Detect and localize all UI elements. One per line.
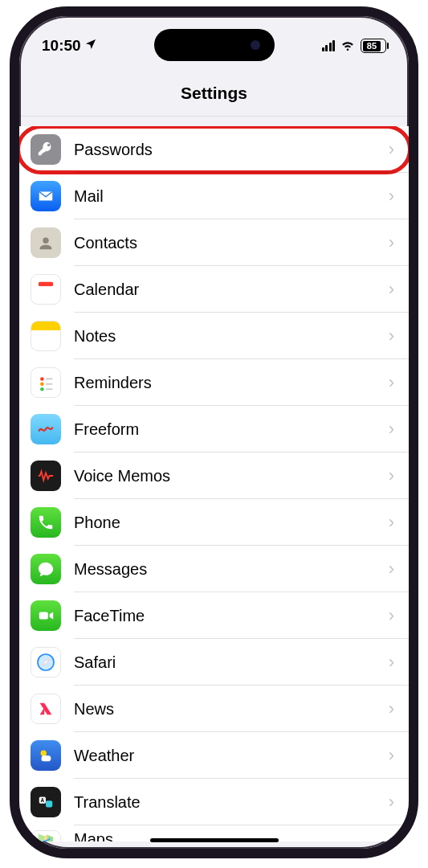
svg-point-12	[41, 751, 47, 756]
home-indicator[interactable]	[150, 838, 279, 842]
chevron-right-icon: ›	[389, 419, 394, 440]
chevron-right-icon: ›	[389, 372, 394, 393]
settings-row-facetime[interactable]: FaceTime ›	[19, 592, 409, 639]
svg-point-5	[40, 387, 44, 391]
row-label: Voice Memos	[74, 467, 389, 485]
chevron-right-icon: ›	[389, 559, 394, 579]
row-label: FaceTime	[74, 607, 389, 625]
svg-rect-2	[39, 286, 53, 297]
safari-icon	[31, 647, 61, 678]
chevron-right-icon: ›	[389, 745, 394, 766]
settings-row-contacts[interactable]: Contacts ›	[19, 219, 409, 266]
weather-icon	[31, 740, 61, 771]
svg-rect-1	[39, 282, 53, 287]
chevron-right-icon: ›	[389, 326, 394, 346]
calendar-icon	[31, 274, 61, 305]
chevron-right-icon: ›	[389, 512, 394, 533]
settings-row-reminders[interactable]: Reminders ›	[19, 359, 409, 406]
status-time: 10:50	[42, 37, 81, 55]
phone-icon	[31, 507, 61, 538]
svg-rect-6	[46, 379, 52, 380]
row-label: Safari	[74, 653, 389, 672]
notes-icon	[31, 321, 61, 351]
settings-list: Passwords › Mail › Contacts › Calendar	[19, 126, 409, 841]
row-label: Mail	[74, 187, 389, 206]
settings-row-phone[interactable]: Phone ›	[19, 499, 409, 546]
reminders-icon	[31, 367, 61, 398]
mail-icon	[31, 181, 61, 211]
chevron-right-icon: ›	[389, 652, 394, 673]
contacts-icon	[31, 227, 61, 258]
svg-rect-8	[46, 388, 52, 390]
row-label: News	[74, 700, 389, 719]
svg-point-3	[40, 377, 44, 381]
chevron-right-icon: ›	[389, 698, 394, 719]
settings-row-passwords[interactable]: Passwords ›	[19, 126, 409, 173]
settings-row-weather[interactable]: Weather ›	[19, 732, 409, 779]
freeform-icon	[31, 414, 61, 444]
settings-row-calendar[interactable]: Calendar ›	[19, 266, 409, 313]
chevron-right-icon: ›	[389, 139, 394, 160]
chevron-right-icon: ›	[389, 186, 394, 207]
location-arrow-icon	[84, 38, 97, 54]
settings-row-freeform[interactable]: Freeform ›	[19, 406, 409, 452]
chevron-right-icon: ›	[389, 232, 394, 253]
svg-point-0	[43, 238, 48, 244]
settings-row-safari[interactable]: Safari ›	[19, 639, 409, 686]
voice-memos-icon	[31, 461, 61, 491]
row-label: Notes	[74, 327, 389, 346]
chevron-right-icon: ›	[389, 605, 394, 626]
page-title: Settings	[19, 61, 409, 117]
chevron-right-icon: ›	[389, 279, 394, 300]
settings-row-news[interactable]: News ›	[19, 686, 409, 732]
row-label: Contacts	[74, 234, 389, 252]
svg-rect-7	[46, 383, 52, 385]
phone-frame: 10:50 85 Settings Passwords ›	[10, 6, 418, 858]
row-label: Calendar	[74, 280, 389, 299]
svg-point-4	[40, 383, 44, 387]
settings-row-mail[interactable]: Mail ›	[19, 173, 409, 219]
row-label: Weather	[74, 747, 389, 765]
svg-rect-14	[46, 800, 52, 807]
chevron-right-icon: ›	[389, 830, 394, 841]
key-icon	[31, 134, 61, 165]
svg-text:A: A	[41, 797, 45, 803]
row-label: Messages	[74, 560, 389, 579]
row-label: Translate	[74, 793, 389, 812]
facetime-icon	[31, 600, 61, 631]
row-label: Phone	[74, 514, 389, 532]
news-icon	[31, 694, 61, 724]
cellular-icon	[322, 40, 336, 51]
maps-icon	[31, 830, 61, 841]
chevron-right-icon: ›	[389, 465, 394, 486]
svg-rect-9	[39, 612, 48, 619]
row-label: Passwords	[74, 141, 389, 159]
translate-icon: A	[31, 787, 61, 817]
settings-row-voice-memos[interactable]: Voice Memos ›	[19, 452, 409, 499]
row-label: Reminders	[74, 374, 389, 392]
messages-icon	[31, 554, 61, 584]
dynamic-island	[154, 29, 275, 61]
battery-indicator: 85	[361, 39, 386, 53]
settings-row-messages[interactable]: Messages ›	[19, 546, 409, 592]
row-label: Freeform	[74, 420, 389, 439]
settings-row-notes[interactable]: Notes ›	[19, 313, 409, 359]
wifi-icon	[340, 36, 356, 56]
chevron-right-icon: ›	[389, 792, 394, 813]
settings-row-translate[interactable]: A Translate ›	[19, 779, 409, 825]
